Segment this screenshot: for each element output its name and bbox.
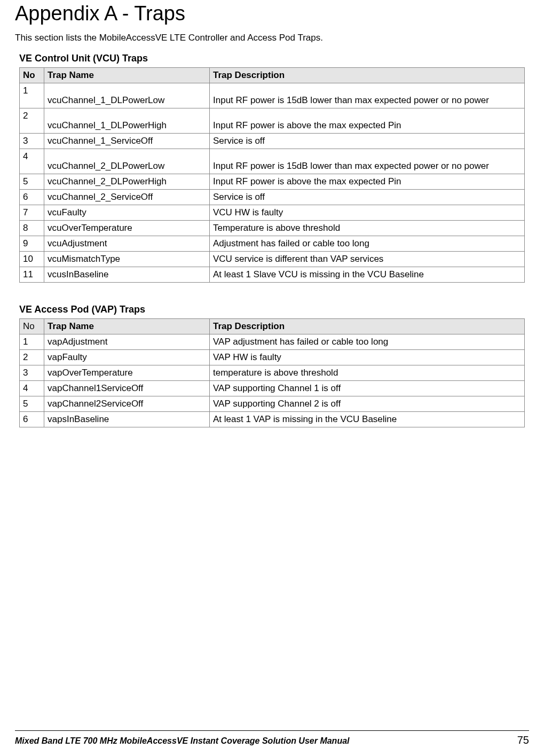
vcu-cell-desc: Service is off xyxy=(210,134,525,149)
vap-cell-desc: temperature is above threshold xyxy=(210,365,525,381)
page-title: Appendix A - Traps xyxy=(15,2,529,25)
vap-cell-name: vapChannel1ServiceOff xyxy=(44,381,210,396)
page-footer: Mixed Band LTE 700 MHz MobileAccessVE In… xyxy=(15,730,529,746)
vcu-cell-name: vcuFaulty xyxy=(44,205,210,221)
vcu-cell-name: vcuAdjustment xyxy=(44,236,210,252)
table-row: 5vapChannel2ServiceOffVAP supporting Cha… xyxy=(20,396,525,412)
vcu-cell-name: vcusInBaseline xyxy=(44,267,210,283)
vcu-cell-no: 3 xyxy=(20,134,44,149)
vcu-cell-desc: Adjustment has failed or cable too long xyxy=(210,236,525,252)
vap-cell-name: vapChannel2ServiceOff xyxy=(44,396,210,412)
table-row: 1vcuChannel_1_DLPowerLowInput RF power i… xyxy=(20,83,525,108)
table-row: 6vcuChannel_2_ServiceOffService is off xyxy=(20,190,525,205)
vcu-cell-no: 9 xyxy=(20,236,44,252)
vap-table-title: VE Access Pod (VAP) Traps xyxy=(19,304,529,315)
vcu-cell-name: vcuChannel_2_ServiceOff xyxy=(44,190,210,205)
vap-cell-no: 5 xyxy=(20,396,44,412)
footer-title: Mixed Band LTE 700 MHz MobileAccessVE In… xyxy=(15,736,350,746)
vcu-cell-no: 10 xyxy=(20,252,44,267)
vap-header-no: No xyxy=(20,319,44,334)
vcu-cell-no: 2 xyxy=(20,108,44,134)
vap-cell-no: 3 xyxy=(20,365,44,381)
vcu-cell-name: vcuMismatchType xyxy=(44,252,210,267)
table-row: 9vcuAdjustmentAdjustment has failed or c… xyxy=(20,236,525,252)
vap-cell-name: vapOverTemperature xyxy=(44,365,210,381)
vcu-header-desc: Trap Description xyxy=(210,68,525,83)
vcu-cell-desc: VCU HW is faulty xyxy=(210,205,525,221)
vcu-cell-name: vcuChannel_1_ServiceOff xyxy=(44,134,210,149)
vcu-cell-desc: Input RF power is above the max expected… xyxy=(210,108,525,134)
vcu-cell-desc: At least 1 Slave VCU is missing in the V… xyxy=(210,267,525,283)
intro-text: This section lists the MobileAccessVE LT… xyxy=(15,33,529,43)
vap-cell-no: 6 xyxy=(20,412,44,427)
table-row: 6vapsInBaselineAt least 1 VAP is missing… xyxy=(20,412,525,427)
vcu-traps-table: No Trap Name Trap Description 1vcuChanne… xyxy=(19,67,525,283)
vcu-header-name: Trap Name xyxy=(44,68,210,83)
vcu-cell-name: vcuChannel_1_DLPowerHigh xyxy=(44,108,210,134)
table-row: 10vcuMismatchTypeVCU service is differen… xyxy=(20,252,525,267)
vap-cell-name: vapsInBaseline xyxy=(44,412,210,427)
vap-cell-no: 1 xyxy=(20,334,44,350)
vcu-cell-name: vcuChannel_1_DLPowerLow xyxy=(44,83,210,108)
vap-cell-desc: VAP adjustment has failed or cable too l… xyxy=(210,334,525,350)
vcu-cell-name: vcuChannel_2_DLPowerHigh xyxy=(44,174,210,190)
vcu-header-no: No xyxy=(20,68,44,83)
vcu-cell-desc: Input RF power is 15dB lower than max ex… xyxy=(210,83,525,108)
vcu-cell-desc: Input RF power is 15dB lower than max ex… xyxy=(210,149,525,174)
vap-cell-desc: VAP supporting Channel 1 is off xyxy=(210,381,525,396)
table-row: 11vcusInBaselineAt least 1 Slave VCU is … xyxy=(20,267,525,283)
vap-cell-name: vapAdjustment xyxy=(44,334,210,350)
vap-cell-name: vapFaulty xyxy=(44,350,210,365)
table-row: 3vcuChannel_1_ServiceOffService is off xyxy=(20,134,525,149)
vcu-cell-desc: Input RF power is above the max expected… xyxy=(210,174,525,190)
table-row: 4vcuChannel_2_DLPowerLowInput RF power i… xyxy=(20,149,525,174)
vcu-cell-no: 6 xyxy=(20,190,44,205)
vcu-cell-desc: VCU service is different than VAP servic… xyxy=(210,252,525,267)
vcu-cell-no: 5 xyxy=(20,174,44,190)
table-row: 4vapChannel1ServiceOffVAP supporting Cha… xyxy=(20,381,525,396)
table-row: 3vapOverTemperaturetemperature is above … xyxy=(20,365,525,381)
vcu-cell-no: 1 xyxy=(20,83,44,108)
footer-page-number: 75 xyxy=(517,734,529,746)
table-row: 7vcuFaultyVCU HW is faulty xyxy=(20,205,525,221)
table-row: 2vapFaultyVAP HW is faulty xyxy=(20,350,525,365)
table-row: 2vcuChannel_1_DLPowerHighInput RF power … xyxy=(20,108,525,134)
table-row: 8vcuOverTemperatureTemperature is above … xyxy=(20,221,525,236)
vap-traps-table: No Trap Name Trap Description 1vapAdjust… xyxy=(19,318,525,427)
vcu-cell-no: 7 xyxy=(20,205,44,221)
vcu-cell-desc: Temperature is above threshold xyxy=(210,221,525,236)
vcu-cell-name: vcuChannel_2_DLPowerLow xyxy=(44,149,210,174)
vcu-cell-no: 4 xyxy=(20,149,44,174)
vap-header-desc: Trap Description xyxy=(210,319,525,334)
vap-cell-desc: VAP HW is faulty xyxy=(210,350,525,365)
vcu-cell-no: 11 xyxy=(20,267,44,283)
vap-cell-desc: VAP supporting Channel 2 is off xyxy=(210,396,525,412)
vcu-cell-desc: Service is off xyxy=(210,190,525,205)
vcu-cell-no: 8 xyxy=(20,221,44,236)
vcu-table-title: VE Control Unit (VCU) Traps xyxy=(19,53,529,64)
vap-header-name: Trap Name xyxy=(44,319,210,334)
vap-cell-no: 4 xyxy=(20,381,44,396)
vcu-cell-name: vcuOverTemperature xyxy=(44,221,210,236)
vap-cell-no: 2 xyxy=(20,350,44,365)
table-row: 1vapAdjustmentVAP adjustment has failed … xyxy=(20,334,525,350)
table-row: 5vcuChannel_2_DLPowerHighInput RF power … xyxy=(20,174,525,190)
vap-cell-desc: At least 1 VAP is missing in the VCU Bas… xyxy=(210,412,525,427)
